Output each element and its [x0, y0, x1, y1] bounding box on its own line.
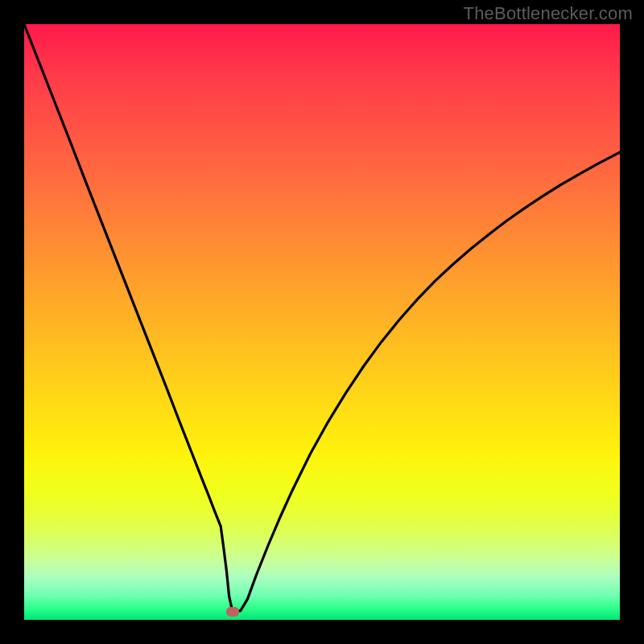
- curve-svg: [24, 24, 620, 620]
- chart-stage: TheBottlenecker.com: [0, 0, 644, 644]
- plot-area: [24, 24, 620, 620]
- optimal-point-marker: [226, 607, 239, 617]
- watermark-text: TheBottlenecker.com: [464, 3, 633, 24]
- bottleneck-curve: [24, 24, 620, 611]
